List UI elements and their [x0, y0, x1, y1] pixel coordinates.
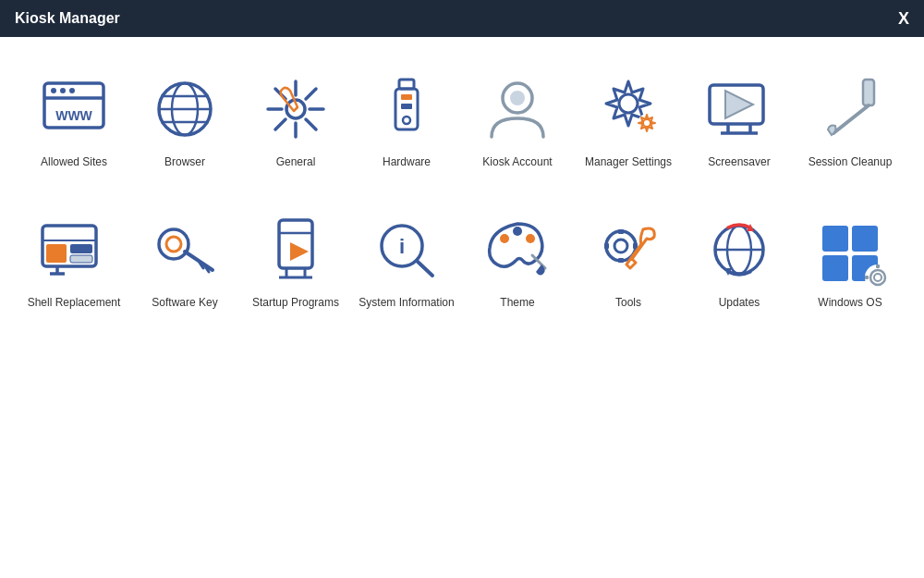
- system-information-item[interactable]: i System Information: [351, 205, 462, 318]
- tools-label: Tools: [615, 296, 641, 311]
- shell-replacement-item[interactable]: Shell Replacement: [18, 205, 129, 318]
- svg-rect-64: [618, 229, 624, 234]
- hardware-label: Hardware: [383, 155, 431, 170]
- shell-replacement-label: Shell Replacement: [28, 296, 121, 311]
- startup-programs-item[interactable]: Startup Programs: [240, 205, 351, 318]
- svg-rect-80: [876, 264, 880, 268]
- theme-icon: [480, 213, 554, 287]
- session-cleanup-icon: [813, 72, 887, 146]
- windows-os-item[interactable]: Windows OS: [795, 205, 906, 318]
- svg-text:i: i: [399, 235, 405, 258]
- system-information-label: System Information: [359, 296, 454, 311]
- svg-rect-39: [46, 244, 67, 263]
- svg-point-2: [51, 88, 56, 93]
- svg-rect-75: [822, 255, 848, 281]
- general-icon: [259, 72, 333, 146]
- svg-rect-66: [604, 243, 609, 249]
- tools-icon: [591, 213, 665, 287]
- session-cleanup-label: Session Cleanup: [808, 155, 893, 170]
- kiosk-account-label: Kiosk Account: [482, 155, 552, 170]
- screensaver-icon: [702, 72, 776, 146]
- manager-settings-item[interactable]: Manager Settings: [573, 65, 684, 178]
- tools-item[interactable]: Tools: [573, 205, 684, 318]
- svg-point-60: [526, 234, 535, 243]
- svg-point-3: [60, 88, 66, 93]
- theme-item[interactable]: Theme: [462, 205, 573, 318]
- svg-point-44: [159, 229, 188, 259]
- svg-rect-74: [852, 226, 878, 252]
- hardware-icon: [370, 72, 444, 146]
- svg-point-4: [69, 88, 75, 93]
- software-key-item[interactable]: Software Key: [129, 205, 240, 318]
- svg-rect-49: [279, 220, 312, 268]
- updates-item[interactable]: Updates: [684, 205, 795, 318]
- updates-label: Updates: [719, 296, 760, 311]
- browser-icon: [148, 72, 222, 146]
- svg-point-58: [500, 234, 509, 243]
- svg-line-56: [417, 261, 432, 276]
- screensaver-item[interactable]: Screensaver: [684, 65, 795, 178]
- screensaver-label: Screensaver: [708, 155, 770, 170]
- shell-replacement-icon: [37, 213, 111, 287]
- manager-settings-icon: [591, 72, 665, 146]
- svg-point-27: [619, 94, 638, 113]
- svg-text:WWW: WWW: [55, 108, 92, 123]
- startup-programs-label: Startup Programs: [252, 296, 339, 311]
- svg-rect-23: [401, 104, 412, 109]
- svg-rect-41: [70, 255, 92, 263]
- svg-marker-34: [725, 91, 753, 118]
- manager-settings-label: Manager Settings: [585, 155, 672, 170]
- general-label: General: [276, 155, 316, 170]
- windows-os-label: Windows OS: [818, 296, 881, 311]
- software-key-label: Software Key: [152, 296, 217, 311]
- kiosk-manager-window: Kiosk Manager X WWW Allowed Sites: [0, 0, 924, 578]
- startup-programs-icon: [259, 213, 333, 287]
- browser-label: Browser: [164, 155, 205, 170]
- software-key-icon: [148, 213, 222, 287]
- svg-line-46: [185, 252, 213, 270]
- svg-rect-40: [70, 244, 92, 253]
- browser-item[interactable]: Browser: [129, 65, 240, 178]
- theme-label: Theme: [500, 296, 534, 311]
- hardware-item[interactable]: Hardware: [351, 65, 462, 178]
- svg-point-63: [614, 240, 627, 252]
- svg-point-26: [510, 91, 525, 105]
- main-content: WWW Allowed Sites Browser: [0, 37, 924, 578]
- allowed-sites-item[interactable]: WWW Allowed Sites: [18, 65, 129, 178]
- session-cleanup-item[interactable]: Session Cleanup: [795, 65, 906, 178]
- close-button[interactable]: X: [898, 10, 909, 27]
- svg-point-24: [403, 117, 410, 124]
- svg-rect-22: [401, 94, 412, 100]
- svg-line-13: [306, 89, 316, 99]
- svg-rect-65: [618, 258, 624, 263]
- updates-icon: [702, 213, 776, 287]
- svg-rect-73: [822, 226, 848, 252]
- svg-point-59: [513, 227, 522, 236]
- general-item[interactable]: General: [240, 65, 351, 178]
- kiosk-account-item[interactable]: Kiosk Account: [462, 65, 573, 178]
- window-title: Kiosk Manager: [15, 10, 120, 27]
- svg-line-14: [275, 119, 286, 129]
- titlebar: Kiosk Manager X: [0, 0, 924, 37]
- svg-rect-35: [863, 80, 874, 105]
- svg-point-45: [166, 237, 181, 252]
- svg-marker-54: [290, 242, 309, 261]
- allowed-sites-label: Allowed Sites: [41, 155, 107, 170]
- svg-line-17: [306, 119, 316, 129]
- system-information-icon: i: [370, 213, 444, 287]
- windows-os-icon: [813, 213, 887, 287]
- kiosk-account-icon: [480, 72, 554, 146]
- icon-grid: WWW Allowed Sites Browser: [18, 65, 906, 317]
- svg-line-36: [833, 105, 869, 133]
- allowed-sites-icon: WWW: [37, 72, 111, 146]
- svg-rect-82: [865, 276, 869, 279]
